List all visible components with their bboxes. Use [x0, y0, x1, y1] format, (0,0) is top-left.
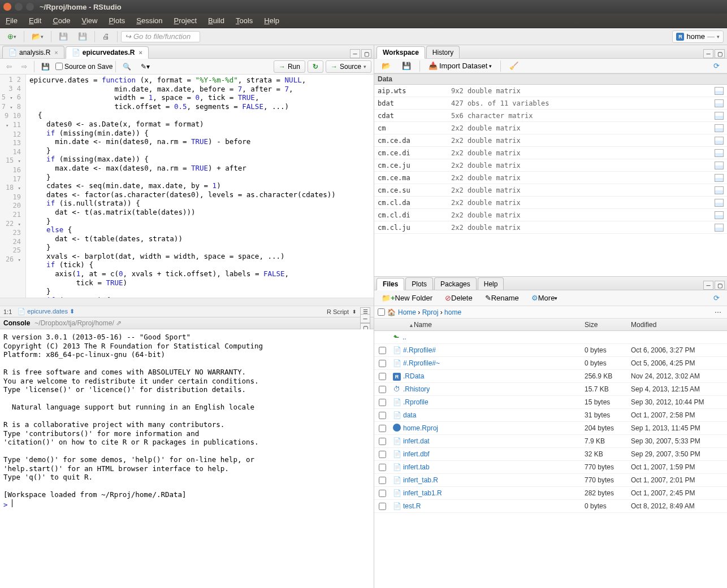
file-name-link[interactable]: infert_tab.R	[403, 476, 585, 484]
menu-session[interactable]: Session	[136, 16, 162, 25]
close-tab-icon[interactable]: ×	[54, 49, 58, 56]
file-select-checkbox[interactable]	[379, 438, 386, 445]
view-data-icon[interactable]	[715, 149, 724, 157]
tab-files[interactable]: Files	[377, 278, 404, 290]
workspace-item[interactable]: cm.ce.su2x2 double matrix	[374, 184, 727, 197]
name-column-header[interactable]: ▲Name	[405, 321, 585, 329]
breadcrumb-segment[interactable]: home	[444, 308, 461, 316]
view-data-icon[interactable]	[715, 87, 724, 95]
breadcrumb-segment[interactable]: Home	[398, 308, 416, 316]
workspace-item[interactable]: cm2x2 double matrix	[374, 122, 727, 134]
file-name-link[interactable]: .RData	[403, 372, 585, 380]
tab-packages[interactable]: Packages	[434, 277, 477, 290]
new-folder-button[interactable]: 📁+ New Folder	[378, 292, 436, 304]
workspace-item[interactable]: aip.wts9x2 double matrix	[374, 85, 727, 97]
script-type-label[interactable]: R Script	[327, 308, 349, 315]
function-nav-dropdown[interactable]: 📄 epicurve.dates ⬍	[18, 308, 75, 315]
file-select-checkbox[interactable]	[379, 386, 386, 393]
view-data-icon[interactable]	[715, 186, 724, 194]
delete-button[interactable]: ⊘ Delete	[441, 292, 477, 304]
breadcrumb-checkbox[interactable]	[378, 308, 385, 316]
refresh-workspace-button[interactable]: ⟳	[709, 60, 724, 72]
minimize-pane-icon[interactable]: ─	[703, 281, 713, 290]
workspace-item[interactable]: cm.cl.da2x2 double matrix	[374, 197, 727, 209]
tab-plots[interactable]: Plots	[405, 277, 433, 290]
save-workspace-button[interactable]: 💾	[398, 60, 415, 72]
menu-build[interactable]: Build	[208, 16, 224, 25]
editor-h-scrollbar[interactable]	[0, 298, 374, 306]
file-select-checkbox[interactable]	[379, 477, 386, 484]
file-select-checkbox[interactable]	[379, 464, 386, 471]
path-more-icon[interactable]: ⋯	[712, 308, 724, 316]
workspace-item[interactable]: cm.cl.ju2x2 double matrix	[374, 221, 727, 234]
menu-code[interactable]: Code	[53, 16, 70, 25]
maximize-pane-icon[interactable]: ▢	[715, 49, 725, 58]
clear-workspace-button[interactable]: 🧹	[505, 60, 522, 72]
file-select-checkbox[interactable]	[379, 425, 386, 432]
file-select-checkbox[interactable]	[379, 399, 386, 406]
refresh-files-button[interactable]: ⟳	[709, 292, 724, 304]
source-tab[interactable]: 📄analysis.R×	[2, 46, 64, 58]
file-select-checkbox[interactable]	[379, 451, 386, 458]
tab-history[interactable]: History	[426, 46, 460, 58]
view-data-icon[interactable]	[715, 124, 724, 132]
modified-column-header[interactable]: Modified	[631, 321, 727, 329]
view-data-icon[interactable]	[715, 99, 724, 107]
re-run-button[interactable]: ↻	[308, 60, 323, 73]
file-select-checkbox[interactable]	[379, 490, 386, 497]
new-file-button[interactable]: ⊕▾	[3, 31, 20, 43]
nav-back-button[interactable]: ⇦	[2, 60, 16, 73]
find-button[interactable]: 🔍	[119, 60, 135, 73]
file-name-link[interactable]: data	[403, 411, 585, 419]
workspace-item[interactable]: cdat5x6 character matrix	[374, 110, 727, 122]
console-output[interactable]: R version 3.0.1 (2013-05-16) -- "Good Sp…	[0, 329, 374, 588]
console-path-browse-icon[interactable]: ⇗	[116, 319, 122, 327]
tab-workspace[interactable]: Workspace	[377, 46, 425, 59]
file-name-link[interactable]: infert.tab	[403, 463, 585, 471]
goto-input[interactable]: ↪Go to file/function	[121, 31, 200, 42]
source-on-save-checkbox[interactable]	[55, 63, 63, 70]
file-name-link[interactable]: test.R	[403, 502, 585, 510]
minimize-window-icon[interactable]	[15, 3, 23, 11]
menu-file[interactable]: File	[6, 16, 18, 25]
workspace-item[interactable]: cm.ce.da2x2 double matrix	[374, 134, 727, 147]
magic-wand-button[interactable]: ✎▾	[137, 60, 154, 73]
code-editor[interactable]: 1 2 3 4 5 ▾ 6 7 ▾ 8 9 10 ▾ 11 12 13 14 1…	[0, 75, 374, 298]
run-button[interactable]: →Run	[274, 60, 305, 73]
close-tab-icon[interactable]: ×	[139, 49, 142, 56]
file-select-checkbox[interactable]	[379, 373, 386, 380]
nav-fwd-button[interactable]: ⇨	[18, 60, 31, 73]
menu-project[interactable]: Project	[174, 16, 197, 25]
menu-edit[interactable]: Edit	[29, 16, 41, 25]
open-file-button[interactable]: 📂▾	[28, 31, 47, 43]
view-data-icon[interactable]	[715, 211, 724, 219]
file-name-link[interactable]: #.Rprofile#~	[403, 359, 585, 367]
size-column-header[interactable]: Size	[585, 321, 631, 329]
menu-plots[interactable]: Plots	[109, 16, 125, 25]
workspace-item[interactable]: cm.ce.ju2x2 double matrix	[374, 159, 727, 172]
tab-help[interactable]: Help	[478, 277, 504, 290]
source-tab[interactable]: 📄epicurvedates.R×	[66, 46, 149, 59]
up-folder-icon[interactable]: ⬑	[390, 333, 403, 341]
minimize-pane-icon[interactable]: ─	[703, 49, 713, 58]
up-dir-link[interactable]: ..	[403, 333, 585, 341]
view-data-icon[interactable]	[715, 137, 724, 145]
file-select-checkbox[interactable]	[379, 503, 386, 510]
import-dataset-button[interactable]: 📥Import Dataset▾	[425, 60, 496, 72]
close-window-icon[interactable]	[3, 3, 11, 11]
view-data-icon[interactable]	[715, 224, 724, 232]
workspace-item[interactable]: cm.ce.di2x2 double matrix	[374, 147, 727, 159]
file-name-link[interactable]: .Rhistory	[403, 385, 585, 393]
view-data-icon[interactable]	[715, 162, 724, 169]
file-name-link[interactable]: #.Rprofile#	[403, 346, 585, 354]
project-selector[interactable]: R home — ▾	[672, 31, 724, 43]
home-icon[interactable]: 🏠	[387, 308, 396, 316]
more-button[interactable]: ⚙ More▾	[527, 292, 562, 304]
minimize-pane-icon[interactable]: ─	[360, 314, 370, 323]
maximize-pane-icon[interactable]: ▢	[361, 49, 371, 58]
menu-help[interactable]: Help	[264, 16, 279, 25]
open-workspace-button[interactable]: 📂	[378, 60, 395, 72]
maximize-window-icon[interactable]	[26, 3, 34, 11]
workspace-item[interactable]: cm.ce.ma2x2 double matrix	[374, 172, 727, 184]
file-name-link[interactable]: infert.dbf	[403, 450, 585, 458]
